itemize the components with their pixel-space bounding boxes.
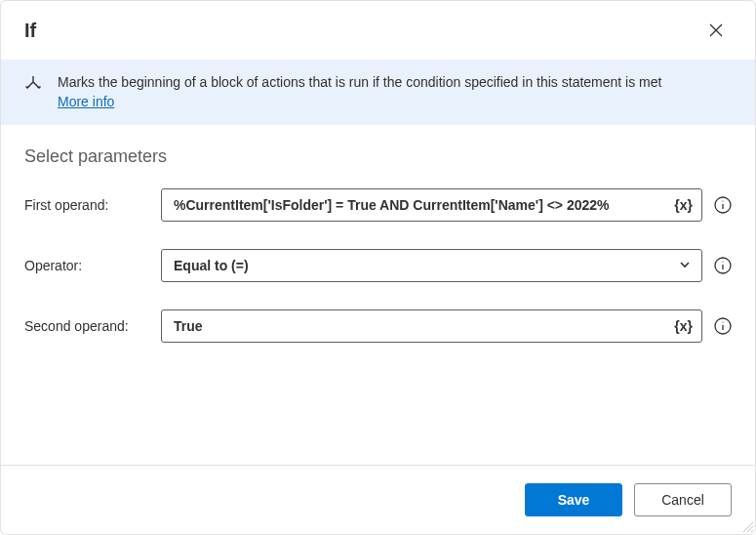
operator-value: Equal to (=): [174, 258, 249, 273]
param-row-operator: Operator: Equal to (=): [24, 249, 732, 282]
info-icon: [714, 196, 732, 214]
close-icon: [709, 23, 723, 37]
first-operand-input-wrap: {x}: [161, 188, 702, 222]
resize-grip[interactable]: [739, 518, 753, 532]
second-operand-info-button[interactable]: [714, 317, 732, 335]
dialog-body: Select parameters First operand: {x} Ope…: [1, 125, 755, 465]
close-button[interactable]: [700, 15, 732, 46]
save-button[interactable]: Save: [525, 483, 622, 516]
dialog-title: If: [24, 20, 36, 42]
banner-text: Marks the beginning of a block of action…: [58, 73, 661, 111]
branch-icon: [24, 75, 42, 96]
operator-label: Operator:: [24, 258, 149, 273]
operator-select-wrap: Equal to (=): [161, 249, 702, 282]
second-operand-label: Second operand:: [24, 318, 149, 334]
param-row-second-operand: Second operand: {x}: [24, 309, 732, 343]
banner-description: Marks the beginning of a block of action…: [58, 74, 661, 90]
svg-point-4: [722, 201, 723, 202]
second-operand-input[interactable]: [161, 309, 702, 343]
operator-info-button[interactable]: [714, 257, 732, 274]
if-action-dialog: If Marks the beginning of a block of act…: [0, 0, 756, 535]
second-operand-input-wrap: {x}: [161, 309, 702, 343]
first-operand-input[interactable]: [161, 188, 702, 222]
section-title: Select parameters: [24, 146, 732, 167]
svg-point-7: [722, 262, 723, 263]
first-operand-label: First operand:: [24, 197, 149, 213]
dialog-header: If: [1, 1, 755, 60]
svg-line-13: [751, 530, 753, 532]
info-banner: Marks the beginning of a block of action…: [1, 60, 755, 125]
info-icon: [714, 257, 732, 274]
info-icon: [714, 317, 732, 335]
param-row-first-operand: First operand: {x}: [24, 188, 732, 222]
more-info-link[interactable]: More info: [58, 94, 114, 109]
dialog-footer: Save Cancel: [1, 465, 755, 534]
cancel-button[interactable]: Cancel: [634, 483, 732, 516]
svg-point-10: [722, 322, 723, 323]
operator-select[interactable]: Equal to (=): [161, 249, 702, 282]
first-operand-info-button[interactable]: [714, 196, 732, 214]
